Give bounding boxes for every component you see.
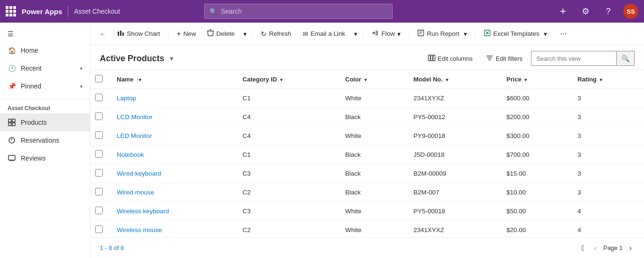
row-name-link[interactable]: Wireless mouse [117, 226, 162, 234]
row-checkbox-cell[interactable] [90, 145, 109, 164]
row-name-link[interactable]: Laptop [117, 95, 136, 102]
reservations-icon [8, 136, 16, 145]
row-name-link[interactable]: Wireless keyboard [117, 208, 169, 215]
col-color[interactable]: Color ▾ [338, 70, 406, 89]
cell-name: Wired mouse [109, 183, 235, 202]
search-view-submit[interactable]: 🔍 [616, 51, 634, 66]
search-input[interactable] [221, 8, 387, 15]
row-checkbox-cell[interactable] [90, 202, 109, 221]
search-view[interactable]: 🔍 [531, 51, 635, 66]
col-rating[interactable]: Rating ▾ [570, 70, 644, 89]
row-checkbox-cell[interactable] [90, 164, 109, 183]
show-chart-label: Show Chart [127, 30, 161, 37]
select-all-checkbox[interactable] [95, 75, 103, 82]
sidebar-item-products[interactable]: Products [0, 113, 90, 131]
avatar[interactable]: SS [623, 4, 638, 19]
cell-color: Black [338, 145, 406, 164]
sidebar-item-pinned[interactable]: 📌 Pinned ▾ [0, 77, 90, 95]
table-row: Wired keyboard C3 Black B2M-00009 $15.00… [90, 164, 644, 183]
hamburger-menu[interactable]: ☰ [0, 26, 90, 41]
excel-caret: ▾ [544, 30, 547, 38]
row-name-link[interactable]: Wired mouse [117, 189, 154, 196]
waffle-menu[interactable] [6, 6, 16, 16]
cell-price: $300.00 [499, 127, 570, 145]
col-price[interactable]: Price ▾ [499, 70, 570, 89]
global-search[interactable]: 🔍 [204, 4, 393, 19]
row-checkbox[interactable] [95, 113, 103, 120]
col-name[interactable]: Name ↑▾ [109, 70, 235, 89]
toolbar-divider-1 [168, 28, 169, 40]
cell-category-id: C3 [235, 164, 338, 183]
run-report-button[interactable]: Run Report ▾ [412, 26, 472, 41]
toolbar-divider-3 [363, 28, 363, 40]
sidebar-item-home[interactable]: 🏠 Home [0, 41, 90, 59]
refresh-button[interactable]: ↻ Refresh [256, 27, 296, 41]
row-checkbox[interactable] [95, 150, 103, 158]
table-scroll[interactable]: Name ↑▾ Category ID ▾ Color ▾ Model No. … [90, 70, 644, 237]
cell-category-id: C2 [235, 183, 338, 202]
row-checkbox[interactable] [95, 94, 103, 101]
excel-templates-button[interactable]: Excel Templates ▾ [478, 26, 552, 41]
cell-rating: 3 [570, 164, 644, 183]
edit-columns-button[interactable]: Edit columns [423, 52, 477, 65]
row-checkbox-cell[interactable] [90, 183, 109, 202]
first-page-button[interactable]: ⟪ [578, 242, 588, 254]
row-name-link[interactable]: Notebook [117, 151, 144, 158]
flow-button[interactable]: Flow ▾ [366, 26, 406, 41]
add-button[interactable]: + [555, 4, 571, 19]
row-checkbox-cell[interactable] [90, 108, 109, 127]
table-row: Notebook C1 Black J5D-00018 $700.00 3 [90, 145, 644, 164]
col-model-no[interactable]: Model No. ▾ [406, 70, 499, 89]
email-dropdown[interactable]: ▾ [351, 27, 360, 40]
select-all-header[interactable] [90, 70, 109, 89]
search-view-input[interactable] [531, 55, 616, 62]
next-page-button[interactable]: › [627, 242, 635, 254]
products-icon [8, 118, 16, 127]
row-name-link[interactable]: LCD Monitor [117, 113, 153, 121]
show-chart-button[interactable]: Show Chart [112, 26, 166, 41]
help-icon[interactable]: ? [601, 4, 616, 19]
recent-chevron: ▾ [80, 66, 82, 71]
svg-rect-18 [433, 55, 435, 61]
row-checkbox-cell[interactable] [90, 89, 109, 108]
prev-page-button[interactable]: ‹ [591, 242, 599, 254]
row-name-link[interactable]: LED Monitor [117, 132, 152, 139]
row-name-link[interactable]: Wired keyboard [117, 170, 161, 177]
row-checkbox[interactable] [95, 207, 103, 214]
back-button[interactable]: ← [94, 27, 111, 40]
cell-rating: 3 [570, 183, 644, 202]
delete-dropdown[interactable]: ▾ [241, 27, 250, 40]
sidebar-item-reviews-label: Reviews [21, 154, 82, 162]
delete-button[interactable]: Delete [202, 26, 240, 41]
nav-divider [68, 6, 68, 17]
row-checkbox[interactable] [95, 226, 103, 233]
row-checkbox[interactable] [95, 188, 103, 195]
category-sort-icon: ▾ [280, 77, 282, 82]
new-icon: + [177, 30, 181, 38]
sidebar-item-products-label: Products [21, 119, 82, 126]
run-report-icon [417, 29, 425, 38]
svg-rect-7 [118, 32, 119, 36]
cell-model-no: B2M-00009 [406, 164, 499, 183]
cell-name: Wireless keyboard [109, 202, 235, 221]
col-category-id[interactable]: Category ID ▾ [235, 70, 338, 89]
settings-icon[interactable]: ⚙ [578, 4, 593, 19]
row-checkbox-cell[interactable] [90, 127, 109, 145]
edit-filters-button[interactable]: Edit filters [481, 52, 527, 65]
table-title-caret[interactable]: ▾ [170, 55, 173, 62]
cell-model-no: 2341XYXZ [406, 89, 499, 108]
sidebar-item-reservations[interactable]: Reservations [0, 131, 90, 149]
email-link-button[interactable]: ✉ Email a Link [298, 27, 351, 41]
sidebar-item-reviews[interactable]: Reviews [0, 149, 90, 167]
cell-name: Notebook [109, 145, 235, 164]
row-checkbox[interactable] [95, 131, 103, 139]
run-report-label: Run Report [427, 30, 459, 37]
row-checkbox[interactable] [95, 169, 103, 177]
more-options-button[interactable]: ⋯ [555, 27, 572, 41]
sidebar-item-recent[interactable]: 🕐 Recent ▾ [0, 59, 90, 77]
flow-icon [371, 29, 379, 38]
new-button[interactable]: + New [171, 26, 201, 41]
model-sort-icon: ▾ [446, 77, 448, 82]
row-checkbox-cell[interactable] [90, 221, 109, 238]
top-navigation: Power Apps Asset Checkout 🔍 + ⚙ ? SS [0, 0, 644, 23]
